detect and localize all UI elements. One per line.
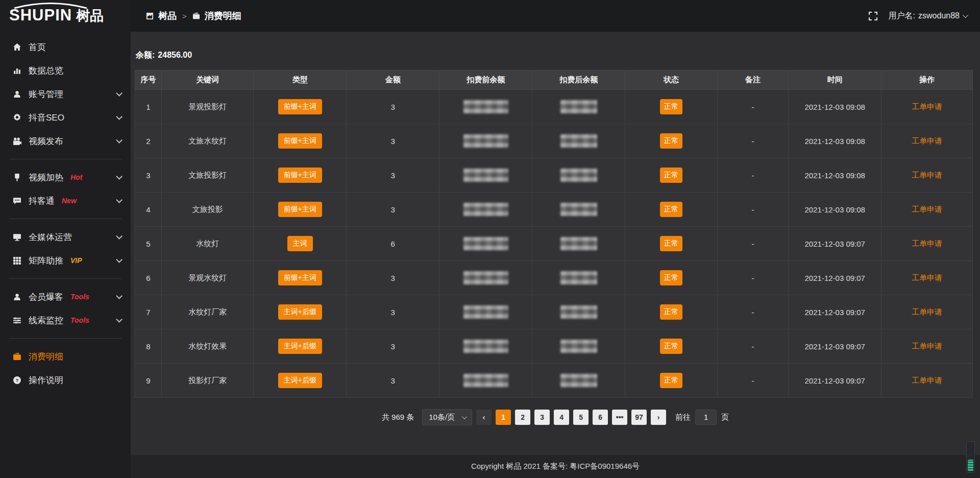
ticket-apply-link[interactable]: 工单申请 <box>912 171 942 179</box>
column-header: 扣费前余额 <box>439 70 532 90</box>
cell-amount: 3 <box>347 90 439 124</box>
page-size-select[interactable]: 10条/页 <box>422 409 472 425</box>
status-badge: 正常 <box>660 99 682 114</box>
cell-type: 前缀+主词 <box>254 90 347 124</box>
widget-stripes-icon <box>968 460 973 471</box>
cell-remark: - <box>717 193 789 227</box>
ticket-apply-link[interactable]: 工单申请 <box>912 136 942 145</box>
balance-label: 余额: <box>136 51 155 59</box>
cell-amount: 3 <box>347 295 439 329</box>
status-badge: 正常 <box>660 339 682 354</box>
table-row: 4 文旅投影 前缀+主词 3 正常 - 2021-12-03 09:08 工单申… <box>135 193 973 227</box>
sidebar-item-badge: Hot <box>70 173 82 181</box>
redacted-value <box>463 340 508 353</box>
sidebar-item-11[interactable]: 线索监控 Tools <box>0 308 131 332</box>
cell-remark: - <box>717 124 789 158</box>
sidebar-item-9[interactable]: 矩阵助推 VIP <box>0 249 131 272</box>
redacted-value <box>463 271 508 284</box>
sidebar-item-4[interactable]: 抖音SEO <box>0 106 131 129</box>
page-number-button[interactable]: 1 <box>496 410 511 425</box>
svg-text:?: ? <box>15 377 18 383</box>
ticket-apply-link[interactable]: 工单申请 <box>912 307 942 316</box>
app-square-icon <box>146 12 154 20</box>
page-number-button[interactable]: 97 <box>631 410 647 425</box>
page-number-button[interactable]: 2 <box>515 410 530 425</box>
sidebar-item-2[interactable]: 数据总览 <box>0 59 131 82</box>
cell-balance-after <box>532 329 625 364</box>
cell-amount: 3 <box>347 329 439 364</box>
question-icon: ? <box>12 375 21 385</box>
status-badge: 正常 <box>660 133 682 149</box>
cell-balance-before <box>439 329 532 364</box>
user-menu[interactable]: 用户名: zswodun88 <box>889 11 967 21</box>
ticket-apply-link[interactable]: 工单申请 <box>912 205 942 213</box>
ellipsis-button[interactable]: ••• <box>612 410 627 425</box>
cell-balance-before <box>439 227 532 261</box>
cell-keyword: 景观投影灯 <box>161 90 253 124</box>
floating-widget[interactable] <box>966 441 975 473</box>
status-badge: 正常 <box>660 373 682 388</box>
ticket-apply-link[interactable]: 工单申请 <box>912 376 942 385</box>
breadcrumb-separator: > <box>182 12 187 20</box>
sidebar-item-8[interactable]: 全媒体运营 <box>0 225 131 249</box>
chevron-down-icon <box>116 316 122 323</box>
column-header: 金额 <box>347 70 439 90</box>
ticket-apply-link[interactable]: 工单申请 <box>912 342 942 350</box>
type-badge: 前缀+主词 <box>278 133 322 149</box>
page-number-button[interactable]: 3 <box>534 410 550 425</box>
status-badge: 正常 <box>660 236 682 251</box>
cell-balance-before <box>439 158 532 193</box>
sidebar: SHUPIN 树品 首页 数据总览 账号管理 抖音SEO 视频发布 视频加热 <box>0 0 131 478</box>
cell-balance-before <box>439 295 532 329</box>
cell-status: 正常 <box>625 124 717 158</box>
goto-page: 前往 页 <box>675 410 729 425</box>
status-badge: 正常 <box>660 270 682 285</box>
cell-keyword: 景观水纹灯 <box>161 261 253 295</box>
sidebar-item-3[interactable]: 账号管理 <box>0 82 131 106</box>
redacted-value <box>463 374 508 387</box>
column-header: 备注 <box>717 70 789 90</box>
cell-index: 2 <box>135 124 162 158</box>
cell-balance-before <box>439 193 532 227</box>
ticket-apply-link[interactable]: 工单申请 <box>912 273 942 282</box>
sidebar-item-12[interactable]: 消费明细 <box>0 345 131 368</box>
member-icon <box>12 292 21 301</box>
cell-remark: - <box>717 295 789 329</box>
cell-action: 工单申请 <box>881 261 973 295</box>
sidebar-item-13[interactable]: ? 操作说明 <box>0 368 131 392</box>
user-icon <box>12 89 21 99</box>
type-badge: 前缀+主词 <box>278 99 322 114</box>
sidebar-item-7[interactable]: 抖客通 New <box>0 189 131 212</box>
chevron-down-icon <box>116 293 122 299</box>
sidebar-item-6[interactable]: 视频加热 Hot <box>0 165 131 189</box>
cell-balance-after <box>532 158 625 193</box>
chevron-down-icon <box>116 233 122 240</box>
cell-remark: - <box>717 158 789 193</box>
logo-text-en-label: SHUPIN <box>9 6 72 24</box>
cell-keyword: 文旅投影 <box>161 193 253 227</box>
page-number-button[interactable]: 6 <box>593 410 608 425</box>
wallet-icon <box>12 352 21 361</box>
cell-type: 前缀+主词 <box>254 261 347 295</box>
breadcrumb-current: 消费明细 <box>205 10 241 22</box>
prev-page-button[interactable]: ‹ <box>476 410 492 425</box>
sidebar-item-1[interactable]: 首页 <box>0 35 131 59</box>
page-number-button[interactable]: 4 <box>554 410 569 425</box>
column-header: 扣费后余额 <box>532 70 625 90</box>
redacted-value <box>463 305 508 319</box>
logo-text-en: SHUPIN <box>9 7 72 23</box>
next-page-button[interactable]: › <box>651 410 666 425</box>
breadcrumb-home[interactable]: 树品 <box>158 10 177 22</box>
pagination: 共 969 条 10条/页 ‹ 123456•••97 › 前往 页 <box>131 409 980 425</box>
chevron-down-icon <box>116 137 122 144</box>
type-badge: 主词+后缀 <box>278 339 322 354</box>
fullscreen-icon[interactable] <box>869 12 877 20</box>
wallet-icon <box>192 12 200 20</box>
page-number-button[interactable]: 5 <box>573 410 589 425</box>
goto-page-input[interactable] <box>695 410 717 425</box>
ticket-apply-link[interactable]: 工单申请 <box>912 102 942 111</box>
sidebar-item-10[interactable]: 会员爆客 Tools <box>0 285 131 308</box>
ticket-apply-link[interactable]: 工单申请 <box>912 239 942 248</box>
redacted-value <box>560 100 597 113</box>
sidebar-item-5[interactable]: 视频发布 <box>0 129 131 153</box>
